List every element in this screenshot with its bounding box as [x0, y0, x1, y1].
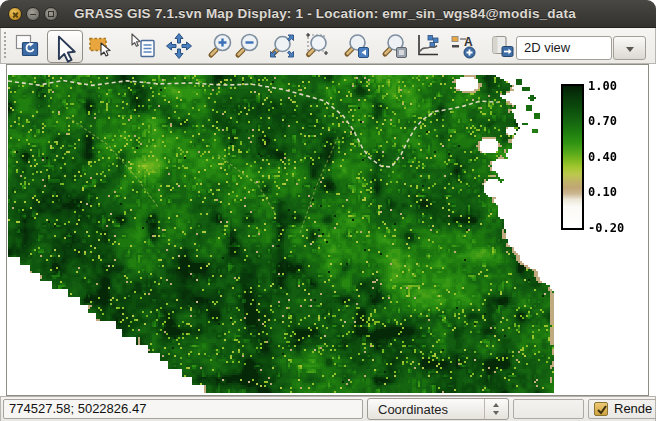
save-display-button[interactable] — [487, 32, 515, 60]
legend-label-min: -0.20 — [588, 221, 632, 235]
zoom-previous-icon — [343, 32, 371, 60]
zoom-previous-button[interactable] — [343, 32, 371, 60]
coordinates-display[interactable]: 774527.58; 5022826.47 — [3, 399, 363, 419]
pan-button[interactable] — [165, 32, 193, 60]
analyze-chart-icon — [414, 32, 442, 60]
statusbar-panel-empty — [513, 399, 584, 419]
select-button[interactable] — [87, 32, 115, 60]
select-region-icon — [87, 32, 115, 60]
legend-label-010: 0.10 — [588, 185, 632, 199]
zoom-options-icon — [381, 32, 409, 60]
analyze-button[interactable] — [414, 32, 442, 60]
query-icon — [129, 32, 157, 60]
zoom-region-button[interactable] — [304, 32, 332, 60]
statusbar-mode-select[interactable]: Coordinates — [367, 398, 509, 420]
display-refresh-icon — [13, 32, 41, 60]
maximize-button[interactable] — [44, 7, 58, 21]
map-display-area — [6, 64, 649, 396]
view-mode-select[interactable]: 2D view — [516, 36, 612, 60]
pan-icon — [165, 32, 193, 60]
legend-label-070: 0.70 — [588, 114, 632, 128]
spin-up-icon — [493, 403, 499, 407]
window-title: GRASS GIS 7.1.svn Map Display: 1 - Locat… — [74, 6, 576, 21]
toolbar-grip[interactable] — [3, 31, 7, 60]
view-mode-dropdown-button[interactable] — [613, 36, 646, 60]
map-canvas[interactable] — [8, 75, 648, 393]
close-button[interactable] — [8, 7, 22, 21]
zoom-in-button[interactable] — [207, 32, 235, 60]
zoom-out-icon — [234, 32, 262, 60]
zoom-out-button[interactable] — [234, 32, 262, 60]
render-checkbox-label: Rende — [614, 401, 652, 416]
chevron-down-icon — [626, 47, 634, 52]
zoom-extent-icon — [268, 32, 296, 60]
legend-label-max: 1.00 — [588, 79, 632, 93]
zoom-options-button[interactable] — [381, 32, 409, 60]
render-checkbox[interactable] — [594, 402, 608, 416]
pointer-button[interactable] — [47, 30, 83, 63]
status-bar: 774527.58; 5022826.47 Coordinates Rende — [0, 396, 656, 421]
statusbar-render-panel: Rende — [588, 399, 656, 419]
map-toolbar: A 2D view — [0, 28, 656, 64]
pointer-icon — [48, 33, 82, 67]
zoom-in-icon — [207, 32, 235, 60]
minimize-button[interactable] — [26, 7, 40, 21]
grass-map-display-window: GRASS GIS 7.1.svn Map Display: 1 - Locat… — [0, 0, 656, 421]
spinner[interactable] — [484, 399, 508, 419]
map-legend-colorbar[interactable] — [561, 84, 584, 230]
spin-down-icon — [493, 411, 499, 415]
zoom-extent-button[interactable] — [268, 32, 296, 60]
legend-label-040: 0.40 — [588, 150, 632, 164]
add-overlay-icon: A — [449, 32, 477, 60]
zoom-region-icon — [304, 32, 332, 60]
add-overlay-button[interactable]: A — [449, 32, 477, 60]
save-display-icon — [487, 32, 515, 60]
check-icon — [596, 404, 608, 416]
render-map-button[interactable] — [13, 32, 41, 60]
title-bar: GRASS GIS 7.1.svn Map Display: 1 - Locat… — [0, 0, 656, 28]
svg-text:A: A — [464, 35, 473, 49]
query-button[interactable] — [129, 32, 157, 60]
